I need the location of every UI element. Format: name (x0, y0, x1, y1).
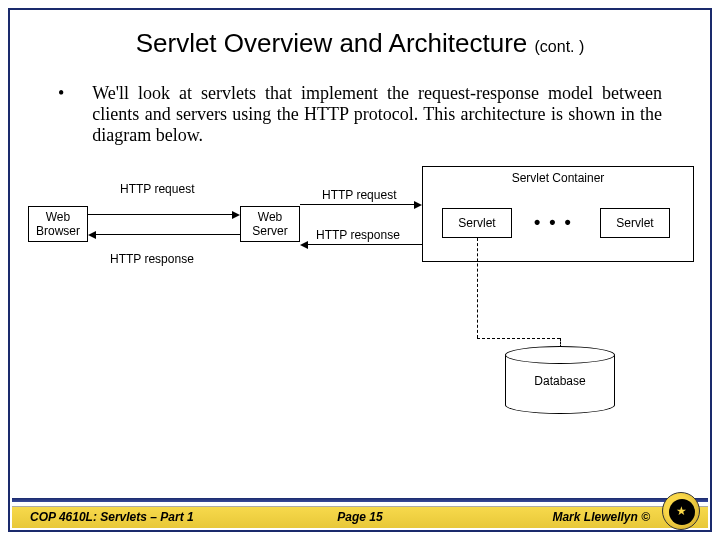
slide-frame: Servlet Overview and Architecture (cont.… (8, 8, 712, 532)
footer-left: COP 4610L: Servlets – Part 1 (30, 510, 194, 524)
architecture-diagram: Web Browser Web Server HTTP request HTTP… (10, 166, 710, 426)
footer-center: Page 15 (337, 510, 382, 524)
arrow-req1-head (232, 211, 240, 219)
web-server-box: Web Server (240, 206, 300, 242)
slide-title: Servlet Overview and Architecture (cont.… (10, 28, 710, 59)
servlet-2-box: Servlet (600, 208, 670, 238)
servlet-container-label: Servlet Container (423, 171, 693, 185)
arrow-resp2-head (300, 241, 308, 249)
ellipsis-dots: • • • (534, 212, 573, 233)
http-response-1-label: HTTP response (110, 252, 194, 266)
arrow-resp2 (308, 244, 422, 245)
servlet-1-box: Servlet (442, 208, 512, 238)
title-cont: (cont. ) (535, 38, 585, 55)
database-label: Database (505, 374, 615, 388)
title-main: Servlet Overview and Architecture (136, 28, 528, 58)
arrow-req2-head (414, 201, 422, 209)
arrow-resp1-head (88, 231, 96, 239)
arrow-resp1 (96, 234, 240, 235)
arrow-req2 (300, 204, 414, 205)
dashed-connector-h (477, 338, 560, 339)
body-paragraph: • We'll look at servlets that implement … (58, 83, 662, 146)
http-response-2-label: HTTP response (316, 228, 400, 242)
footer-border (12, 498, 708, 502)
footer-right: Mark Llewellyn © (552, 510, 650, 524)
web-browser-box: Web Browser (28, 206, 88, 242)
dashed-connector (477, 238, 478, 338)
body-text: We'll look at servlets that implement th… (92, 83, 662, 146)
arrow-req1 (88, 214, 232, 215)
ucf-logo-icon: ★ (662, 492, 700, 530)
http-request-2-label: HTTP request (322, 188, 396, 202)
http-request-1-label: HTTP request (120, 182, 194, 196)
slide-footer: COP 4610L: Servlets – Part 1 Page 15 Mar… (10, 500, 710, 530)
bullet-icon: • (58, 83, 64, 146)
